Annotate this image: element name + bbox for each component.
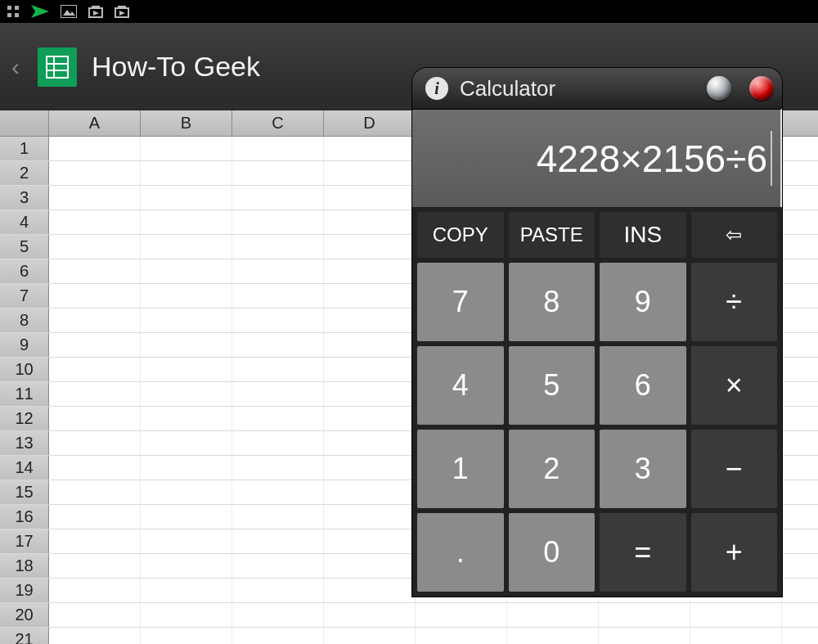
cell[interactable]: [232, 284, 324, 308]
cell[interactable]: [141, 480, 232, 504]
cell[interactable]: [324, 407, 416, 430]
cell[interactable]: [49, 579, 141, 602]
row-header[interactable]: 10: [0, 358, 49, 381]
key-add[interactable]: +: [691, 513, 778, 592]
cell[interactable]: [141, 210, 232, 234]
row-header[interactable]: 4: [0, 210, 49, 234]
minimize-button[interactable]: [707, 76, 731, 101]
cell[interactable]: [232, 186, 324, 209]
key-7[interactable]: 7: [417, 263, 504, 341]
key-dot[interactable]: .: [417, 513, 504, 592]
cell[interactable]: [49, 554, 141, 578]
cell[interactable]: [324, 628, 416, 644]
cell[interactable]: [232, 259, 324, 283]
cell[interactable]: [324, 579, 416, 602]
cell[interactable]: [49, 505, 141, 529]
cell[interactable]: [49, 186, 141, 209]
cell[interactable]: [141, 431, 232, 455]
key-copy[interactable]: COPY: [417, 212, 504, 258]
cell[interactable]: [141, 603, 232, 627]
cell[interactable]: [232, 529, 324, 553]
key-backspace[interactable]: ⇦: [691, 212, 778, 258]
cell[interactable]: [232, 308, 324, 332]
cell[interactable]: [141, 456, 232, 480]
key-3[interactable]: 3: [600, 430, 686, 508]
cell[interactable]: [141, 259, 232, 283]
cell[interactable]: [232, 407, 324, 430]
cell[interactable]: [49, 358, 141, 381]
cell[interactable]: [141, 333, 232, 357]
key-equals[interactable]: =: [600, 513, 686, 592]
row-header[interactable]: 20: [0, 603, 49, 627]
cell[interactable]: [690, 628, 782, 644]
cell[interactable]: [141, 554, 232, 578]
key-0[interactable]: 0: [509, 513, 596, 592]
row-header[interactable]: 14: [0, 456, 49, 480]
cell[interactable]: [232, 137, 324, 160]
cell[interactable]: [49, 259, 141, 283]
row-header[interactable]: 19: [0, 579, 49, 602]
cell[interactable]: [232, 456, 324, 480]
cell[interactable]: [141, 382, 232, 406]
cell[interactable]: [324, 554, 416, 578]
row-header[interactable]: 18: [0, 554, 49, 578]
cell[interactable]: [324, 480, 416, 504]
cell[interactable]: [324, 137, 416, 160]
cell[interactable]: [324, 210, 416, 234]
cell[interactable]: [49, 308, 141, 332]
cell[interactable]: [599, 603, 690, 627]
calculator-window[interactable]: i Calculator 4228×2156÷6 COPY PASTE INS …: [412, 68, 782, 597]
cell[interactable]: [324, 358, 416, 381]
cell[interactable]: [49, 235, 141, 259]
cell[interactable]: [324, 235, 416, 259]
row-header[interactable]: 2: [0, 161, 49, 185]
cell[interactable]: [49, 284, 141, 308]
cell[interactable]: [324, 186, 416, 209]
info-icon[interactable]: i: [425, 77, 448, 100]
cell[interactable]: [141, 284, 232, 308]
sheet-corner[interactable]: [0, 110, 49, 136]
cell[interactable]: [324, 284, 416, 308]
cell[interactable]: [141, 235, 232, 259]
calculator-display[interactable]: 4228×2156÷6: [412, 109, 782, 207]
row-header[interactable]: 15: [0, 480, 49, 504]
cell[interactable]: [141, 161, 232, 185]
row-header[interactable]: 21: [0, 628, 49, 644]
cell[interactable]: [141, 407, 232, 430]
key-8[interactable]: 8: [509, 263, 596, 341]
row-header[interactable]: 6: [0, 259, 49, 283]
cell[interactable]: [49, 333, 141, 357]
row-header[interactable]: 5: [0, 235, 49, 259]
cell[interactable]: [49, 407, 141, 430]
cell[interactable]: [690, 603, 782, 627]
key-insert[interactable]: INS: [600, 212, 686, 258]
key-paste[interactable]: PASTE: [509, 212, 596, 258]
row-header[interactable]: 11: [0, 382, 49, 406]
cell[interactable]: [141, 628, 232, 644]
cell[interactable]: [232, 628, 324, 644]
cell[interactable]: [324, 456, 416, 480]
close-button[interactable]: [749, 76, 774, 101]
cell[interactable]: [141, 529, 232, 553]
cell[interactable]: [49, 137, 141, 160]
cell[interactable]: [232, 480, 324, 504]
cell[interactable]: [49, 431, 141, 455]
back-button[interactable]: ‹: [11, 55, 23, 79]
cell[interactable]: [232, 235, 324, 259]
cell[interactable]: [49, 628, 141, 644]
key-2[interactable]: 2: [509, 430, 596, 508]
cell[interactable]: [232, 358, 324, 381]
row-header[interactable]: 17: [0, 529, 49, 553]
cell[interactable]: [141, 505, 232, 529]
cell[interactable]: [141, 358, 232, 381]
cell[interactable]: [141, 137, 232, 160]
cell[interactable]: [232, 579, 324, 602]
row-header[interactable]: 13: [0, 431, 49, 455]
row-header[interactable]: 9: [0, 333, 49, 357]
cell[interactable]: [49, 161, 141, 185]
cell[interactable]: [49, 603, 141, 627]
cell[interactable]: [324, 333, 416, 357]
cell[interactable]: [232, 210, 324, 234]
cell[interactable]: [232, 603, 324, 627]
key-divide[interactable]: ÷: [691, 263, 778, 341]
